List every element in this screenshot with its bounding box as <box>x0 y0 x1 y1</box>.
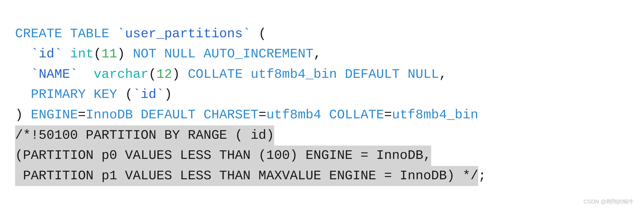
num-12: 12 <box>156 64 172 85</box>
indent <box>15 44 31 64</box>
indent <box>15 64 31 85</box>
eq2: = <box>258 105 266 125</box>
paren-close: ) <box>117 44 133 64</box>
code-line-3: `NAME` varchar(12) COLLATE utf8mb4_bin D… <box>15 64 629 85</box>
type-varchar: varchar <box>94 64 148 85</box>
code-line-1: CREATE TABLE `user_partitions` ( <box>15 24 629 44</box>
partition-p0: (PARTITION p0 VALUES LESS THAN (100) ENG… <box>15 146 431 166</box>
primary-key: PRIMARY KEY <box>31 85 117 105</box>
indent <box>15 85 31 105</box>
code-line-5: ) ENGINE=InnoDB DEFAULT CHARSET=utf8mb4 … <box>15 105 629 125</box>
collate-value: utf8mb4_bin <box>243 64 345 85</box>
table-name: `user_partitions` <box>117 24 251 44</box>
collate-val2: utf8mb4_bin <box>392 105 478 125</box>
code-line-2: `id` int(11) NOT NULL AUTO_INCREMENT, <box>15 44 629 64</box>
closing-paren: ) <box>15 105 31 125</box>
pk-col: `id` <box>133 85 164 105</box>
space <box>62 44 70 64</box>
keyword-create-table: CREATE TABLE <box>15 24 117 44</box>
col-name: `NAME` <box>31 64 78 85</box>
paren-close: ) <box>172 64 188 85</box>
space <box>196 105 204 125</box>
space <box>321 105 329 125</box>
num-11: 11 <box>101 44 117 64</box>
space-paren: ( <box>117 85 133 105</box>
paren-open: ( <box>251 24 266 44</box>
code-container: CREATE TABLE `user_partitions` ( `id` in… <box>0 0 644 210</box>
default-kw: DEFAULT <box>141 105 195 125</box>
collate-kw2: COLLATE <box>329 105 384 125</box>
not-null-auto: NOT NULL AUTO_INCREMENT <box>133 44 313 64</box>
semicolon: ; <box>478 166 486 186</box>
charset-kw: CHARSET <box>204 105 258 125</box>
engine-kw: ENGINE <box>31 105 78 125</box>
code-line-6: /*!50100 PARTITION BY RANGE ( id) <box>15 125 629 146</box>
paren-close: ) <box>164 85 172 105</box>
code-line-7: (PARTITION p0 VALUES LESS THAN (100) ENG… <box>15 146 629 166</box>
space <box>133 105 141 125</box>
paren: ( <box>149 64 156 85</box>
charset-val: utf8mb4 <box>266 105 321 125</box>
paren: ( <box>94 44 101 64</box>
collate-keyword: COLLATE <box>188 64 243 85</box>
watermark: CSDN @翱翔的蜗牛 <box>583 198 634 205</box>
code-line-8: PARTITION p1 VALUES LESS THAN MAXVALUE E… <box>15 166 629 186</box>
eq3: = <box>384 105 392 125</box>
engine-val: InnoDB <box>86 105 133 125</box>
space <box>78 64 94 85</box>
partition-p1: PARTITION p1 VALUES LESS THAN MAXVALUE E… <box>15 166 478 186</box>
default-null: DEFAULT NULL <box>345 64 439 85</box>
comma: , <box>439 64 447 85</box>
comma: , <box>313 44 321 64</box>
col-id: `id` <box>31 44 62 64</box>
type-int: int <box>70 44 94 64</box>
code-line-4: PRIMARY KEY (`id`) <box>15 85 629 105</box>
partition-comment-start: /*!50100 PARTITION BY RANGE ( id) <box>15 125 274 146</box>
eq1: = <box>78 105 86 125</box>
